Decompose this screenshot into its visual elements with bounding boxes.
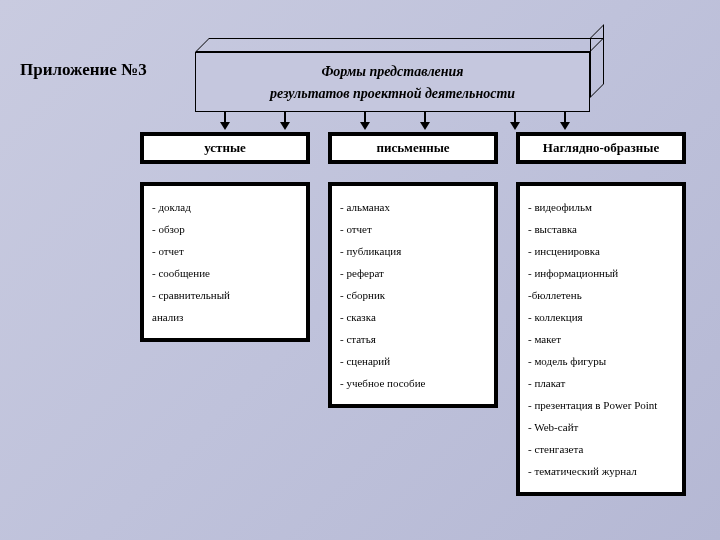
column-body: - видеофильм- выставка- инсценировка- ин…: [516, 182, 686, 496]
list-item: - отчет: [340, 218, 486, 240]
columns-container: устные - доклад- обзор- отчет- сообщение…: [140, 132, 700, 496]
list-item: - реферат: [340, 262, 486, 284]
list-item: - альманах: [340, 196, 486, 218]
list-item: - плакат: [528, 372, 674, 394]
column-written: письменные - альманах- отчет- публикация…: [328, 132, 498, 408]
banner-face: Формы представления результатов проектно…: [195, 52, 590, 112]
arrows-row: [195, 112, 590, 132]
list-item: - информационный: [528, 262, 674, 284]
list-item: - отчет: [152, 240, 298, 262]
list-item: - статья: [340, 328, 486, 350]
list-item: анализ: [152, 306, 298, 328]
list-item: - Web-сайт: [528, 416, 674, 438]
list-item: - сценарий: [340, 350, 486, 372]
list-item: - учебное пособие: [340, 372, 486, 394]
list-item: - модель фигуры: [528, 350, 674, 372]
list-item: - коллекция: [528, 306, 674, 328]
list-item: - сказка: [340, 306, 486, 328]
list-item: - видеофильм: [528, 196, 674, 218]
list-item: -бюллетень: [528, 284, 674, 306]
list-item: - сборник: [340, 284, 486, 306]
list-item: - сообщение: [152, 262, 298, 284]
list-item: - обзор: [152, 218, 298, 240]
list-item: - инсценировка: [528, 240, 674, 262]
list-item: - публикация: [340, 240, 486, 262]
list-item: - выставка: [528, 218, 674, 240]
page-title: Приложение №3: [20, 60, 147, 80]
column-header: письменные: [328, 132, 498, 164]
list-item: - презентация в Power Point: [528, 394, 674, 416]
banner-line1: Формы представления: [196, 61, 589, 83]
list-item: - макет: [528, 328, 674, 350]
column-body: - доклад- обзор- отчет- сообщение- сравн…: [140, 182, 310, 342]
list-item: - доклад: [152, 196, 298, 218]
column-header: устные: [140, 132, 310, 164]
column-oral: устные - доклад- обзор- отчет- сообщение…: [140, 132, 310, 342]
column-visual: Наглядно-образные - видеофильм- выставка…: [516, 132, 686, 496]
column-body: - альманах- отчет- публикация- реферат- …: [328, 182, 498, 408]
list-item: - тематический журнал: [528, 460, 674, 482]
list-item: - стенгазета: [528, 438, 674, 460]
list-item: - сравнительный: [152, 284, 298, 306]
banner-line2: результатов проектной деятельности: [196, 83, 589, 105]
column-header: Наглядно-образные: [516, 132, 686, 164]
